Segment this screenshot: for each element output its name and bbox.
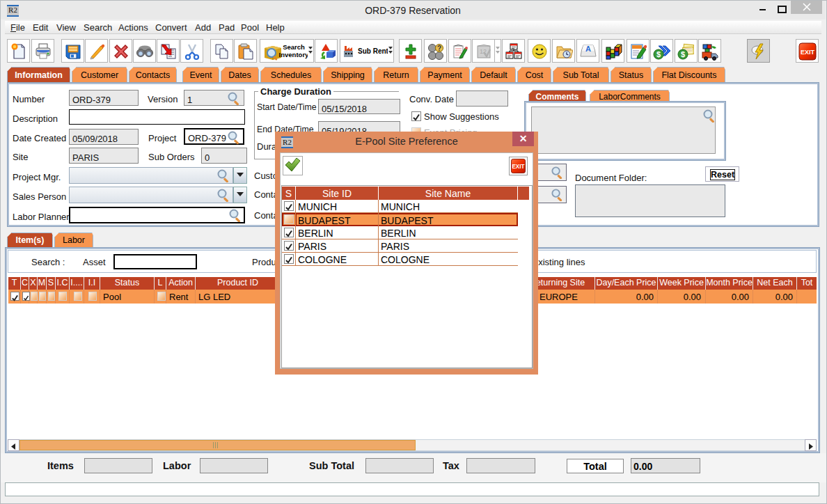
svg-text:EXIT: EXIT — [801, 49, 815, 56]
svg-text:$: $ — [681, 50, 685, 58]
svg-text:$: $ — [656, 50, 661, 58]
svg-text:A: A — [585, 45, 591, 53]
svg-text:EXIT: EXIT — [512, 164, 524, 170]
svg-text:?: ? — [437, 45, 441, 52]
